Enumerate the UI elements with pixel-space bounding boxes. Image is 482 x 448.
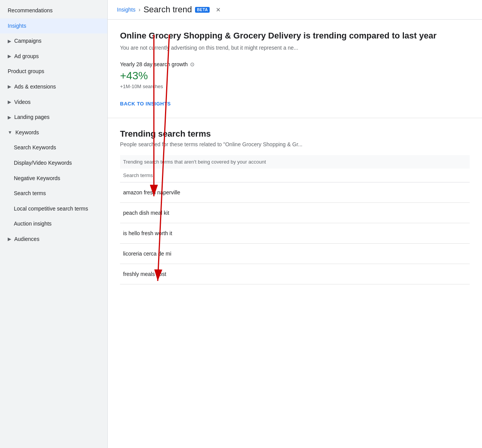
sidebar-item-auction-insights[interactable]: Auction insights (0, 216, 107, 232)
expand-arrow-icon: ▶ (8, 236, 11, 242)
trend-card-subtitle: You are not currently advertising on thi… (120, 44, 470, 52)
metric-sub: +1M-10M searches (120, 84, 470, 89)
column-header: Search terms (120, 169, 470, 182)
column-header-row: Search terms (120, 169, 470, 182)
sidebar-item-label: Ad groups (14, 53, 39, 60)
expand-arrow-icon: ▼ (8, 129, 12, 136)
sidebar-item-keywords[interactable]: ▼ Keywords (0, 125, 107, 140)
table-row: freshly meals cost (120, 264, 470, 284)
sidebar-item-label: Campaigns (14, 37, 42, 45)
sidebar-item-label: Negative Keywords (14, 175, 60, 182)
expand-arrow-icon: ▶ (8, 99, 11, 105)
sidebar-item-audiences[interactable]: ▶ Audiences (0, 232, 107, 247)
sidebar-item-campaigns[interactable]: ▶ Campaigns (0, 33, 107, 49)
sidebar-item-label: Product groups (8, 68, 44, 75)
sidebar-item-label: Landing pages (14, 114, 50, 121)
breadcrumb-arrow: › (138, 7, 140, 13)
sidebar-item-landing-pages[interactable]: ▶ Landing pages (0, 110, 107, 125)
close-button[interactable]: × (216, 5, 220, 14)
search-term-cell: licoreria cerca de mi (120, 243, 470, 264)
sidebar-item-product-groups[interactable]: Product groups (0, 64, 107, 79)
sidebar-item-recommendations[interactable]: Recommendations (0, 3, 107, 18)
sidebar-item-label: Local competitive search terms (14, 205, 88, 213)
sidebar-item-label: Recommendations (8, 7, 53, 15)
search-term-cell: is hello fresh worth it (120, 223, 470, 243)
sidebar-item-search-terms[interactable]: Search terms (0, 186, 107, 201)
metric-label: Yearly 28 day search growth ⊙ (120, 61, 470, 67)
sidebar-item-negative-keywords[interactable]: Negative Keywords (0, 171, 107, 186)
sidebar-item-label: Search Keywords (14, 144, 56, 152)
help-icon[interactable]: ⊙ (190, 61, 195, 67)
section-label-row: Trending search terms that aren't being … (120, 155, 470, 169)
sidebar-item-label: Insights (8, 22, 26, 30)
trending-section-title: Trending search terms (120, 129, 470, 139)
expand-arrow-icon: ▶ (8, 53, 11, 60)
table-row: peach dish meal kit (120, 202, 470, 223)
table-row: amazon fresh naperville (120, 182, 470, 202)
trend-card-title: Online Grocery Shopping & Grocery Delive… (120, 30, 470, 42)
back-to-insights-link[interactable]: BACK TO INSIGHTS (120, 101, 171, 107)
breadcrumb-link[interactable]: Insights (117, 7, 135, 13)
metric-value: +43% (120, 70, 470, 82)
sidebar-item-videos[interactable]: ▶ Videos (0, 95, 107, 110)
expand-arrow-icon: ▶ (8, 38, 11, 45)
table-row: is hello fresh worth it (120, 223, 470, 243)
trend-title-strong: Online Grocery Shopping & Grocery Delive… (120, 31, 301, 40)
trending-section-subtitle: People searched for these terms related … (120, 141, 470, 147)
trending-section: Trending search terms People searched fo… (108, 118, 482, 284)
metric-label-text: Yearly 28 day search growth (120, 61, 188, 67)
sidebar-item-label: Ads & extensions (14, 83, 56, 91)
sidebar-item-label: Display/Video Keywords (14, 159, 72, 167)
table-row: licoreria cerca de mi (120, 243, 470, 264)
sidebar-item-search-keywords[interactable]: Search Keywords (0, 140, 107, 155)
sidebar-item-ad-groups[interactable]: ▶ Ad groups (0, 49, 107, 64)
section-label: Trending search terms that aren't being … (120, 155, 470, 169)
expand-arrow-icon: ▶ (8, 84, 11, 90)
sidebar-item-label: Keywords (15, 129, 39, 137)
sidebar-item-display-video-keywords[interactable]: Display/Video Keywords (0, 155, 107, 171)
sidebar-item-label: Videos (14, 99, 31, 106)
sidebar-item-label: Audiences (14, 236, 39, 243)
sidebar-item-local-competitive[interactable]: Local competitive search terms (0, 201, 107, 217)
main-content: Insights › Search trend BETA × Online Gr… (108, 0, 482, 448)
search-term-cell: amazon fresh naperville (120, 182, 470, 202)
trend-card: Online Grocery Shopping & Grocery Delive… (108, 20, 482, 118)
sidebar: Recommendations Insights ▶ Campaigns ▶ A… (0, 0, 108, 448)
sidebar-item-ads-extensions[interactable]: ▶ Ads & extensions (0, 79, 107, 95)
expand-arrow-icon: ▶ (8, 114, 11, 121)
sidebar-item-label: Auction insights (14, 220, 52, 228)
sidebar-item-insights[interactable]: Insights (0, 18, 107, 34)
search-term-cell: peach dish meal kit (120, 202, 470, 223)
header-bar: Insights › Search trend BETA × (108, 0, 482, 20)
search-term-cell: freshly meals cost (120, 264, 470, 284)
page-title: Search trend (143, 5, 192, 15)
trending-table: Trending search terms that aren't being … (120, 155, 470, 284)
beta-badge: BETA (195, 7, 210, 13)
sidebar-item-label: Search terms (14, 190, 46, 197)
